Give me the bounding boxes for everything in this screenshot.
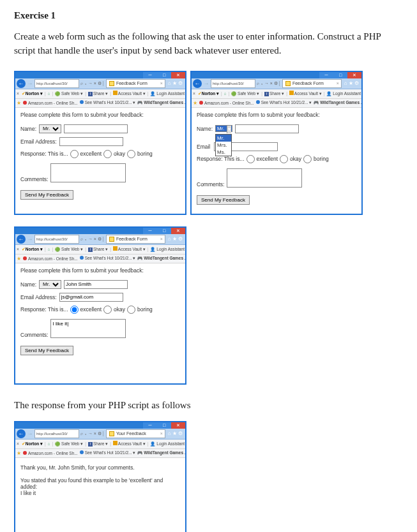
submit-button[interactable]: Send My Feedback xyxy=(20,190,73,200)
favorites-star-icon[interactable]: ★ xyxy=(193,100,197,106)
comments-textarea[interactable]: I like it| xyxy=(50,319,126,338)
login-assistant-menu[interactable]: 👤 Login Assistant ▾ xyxy=(150,91,185,96)
salutation-selected[interactable]: Mr. xyxy=(215,125,232,132)
login-assistant-menu[interactable]: 👤 Login Assistant ▾ xyxy=(326,91,361,96)
fav-amazon[interactable]: Amazon.com - Online Sh... xyxy=(23,451,78,455)
tab-close-icon[interactable]: × xyxy=(160,237,163,241)
forward-button[interactable]: → xyxy=(27,79,33,88)
norton-menu[interactable]: ✔Norton ▾ xyxy=(198,91,219,96)
salutation-option-mr[interactable]: Mr. xyxy=(216,135,231,142)
login-assistant-menu[interactable]: 👤 Login Assistant ▾ xyxy=(150,247,185,252)
window-minimize-button[interactable]: ─ xyxy=(143,422,157,429)
radio-boring[interactable] xyxy=(303,155,312,163)
back-button[interactable]: ← xyxy=(193,79,202,88)
name-input[interactable] xyxy=(235,124,299,133)
radio-okay[interactable] xyxy=(103,306,112,314)
name-input[interactable] xyxy=(64,280,128,289)
tab-close-icon[interactable]: × xyxy=(160,431,163,436)
safeweb-menu[interactable]: 🟢 Safe Web ▾ xyxy=(55,247,83,252)
access-vault-menu[interactable]: Access Vault ▾ xyxy=(113,91,146,96)
safeweb-menu[interactable]: 🟢 Safe Web ▾ xyxy=(231,91,259,96)
norton-menu[interactable]: ✔Norton ▾ xyxy=(22,441,43,447)
window-maximize-button[interactable]: □ xyxy=(157,422,171,429)
radio-okay[interactable] xyxy=(103,150,112,158)
favorites-star-icon[interactable]: ★ xyxy=(17,450,21,456)
salutation-select-open[interactable]: Mr. Mr. Mrs. Ms. xyxy=(215,125,232,133)
submit-button[interactable]: Send My Feedback xyxy=(197,195,250,205)
comments-textarea[interactable] xyxy=(227,168,302,188)
forward-button[interactable]: → xyxy=(27,429,33,438)
share-menu[interactable]: fShare ▾ xyxy=(88,441,108,447)
browser-tab[interactable]: Your Feedback × xyxy=(106,429,165,438)
back-button[interactable]: ← xyxy=(17,429,26,438)
url-field[interactable]: http://localhost/30/ xyxy=(34,429,79,438)
home-icon[interactable]: ⌂ xyxy=(48,247,50,251)
window-maximize-button[interactable]: □ xyxy=(157,72,171,78)
window-minimize-button[interactable]: ─ xyxy=(143,72,157,78)
back-button[interactable]: ← xyxy=(17,235,26,244)
radio-boring[interactable] xyxy=(127,150,135,158)
browser-tab[interactable]: Feedback Form × xyxy=(106,79,165,88)
fav-amazon[interactable]: Amazon.com - Online Sh... xyxy=(23,101,78,105)
fav-wildtangent[interactable]: 🎮 WildTangent Games ... ▾ xyxy=(137,450,185,455)
salutation-option-mrs[interactable]: Mrs. xyxy=(216,142,231,149)
favorites-star-icon[interactable]: ★ xyxy=(17,256,21,262)
browser-tab[interactable]: Feedback Form × xyxy=(106,235,165,244)
salutation-select[interactable]: Mr. xyxy=(39,124,61,133)
window-close-button[interactable]: ✕ xyxy=(347,72,361,78)
radio-boring[interactable] xyxy=(127,306,135,314)
tab-close-icon[interactable]: × xyxy=(160,81,163,85)
safeweb-menu[interactable]: 🟢 Safe Web ▾ xyxy=(55,91,83,96)
fav-wildtangent[interactable]: 🎮 WildTangent Games ... ▾ xyxy=(137,100,185,105)
fav-amazon[interactable]: Amazon.com - Online Sh... xyxy=(199,101,254,105)
window-maximize-button[interactable]: □ xyxy=(333,72,347,78)
home-icon[interactable]: ⌂ xyxy=(224,91,227,96)
email-input[interactable] xyxy=(59,293,123,302)
email-input[interactable] xyxy=(59,137,123,146)
toolbar-close-icon[interactable]: × xyxy=(193,91,195,96)
fav-see-whats-hot[interactable]: See What's Hot 10/21/2... ▾ xyxy=(80,450,136,455)
salutation-option-ms[interactable]: Ms. xyxy=(216,149,231,156)
share-menu[interactable]: fShare ▾ xyxy=(88,247,108,252)
safeweb-menu[interactable]: 🟢 Safe Web ▾ xyxy=(55,441,83,447)
favorites-star-icon[interactable]: ★ xyxy=(17,100,21,106)
share-menu[interactable]: fShare ▾ xyxy=(264,91,284,96)
back-button[interactable]: ← xyxy=(17,79,26,88)
name-input[interactable] xyxy=(64,124,128,133)
fav-wildtangent[interactable]: 🎮 WildTangent Games ... ▾ xyxy=(137,256,185,261)
access-vault-menu[interactable]: Access Vault ▾ xyxy=(113,441,146,447)
norton-menu[interactable]: ✔Norton ▾ xyxy=(22,91,43,96)
window-close-button[interactable]: ✕ xyxy=(171,228,185,234)
browser-tab[interactable]: Feedback Form × xyxy=(282,79,342,88)
access-vault-menu[interactable]: Access Vault ▾ xyxy=(113,246,146,252)
forward-button[interactable]: → xyxy=(27,235,33,244)
window-minimize-button[interactable]: ─ xyxy=(143,228,157,234)
comments-textarea[interactable] xyxy=(50,163,126,182)
window-close-button[interactable]: ✕ xyxy=(171,72,185,78)
toolbar-close-icon[interactable]: × xyxy=(17,91,19,96)
url-field[interactable]: http://localhost/30/ xyxy=(211,79,255,88)
fav-see-whats-hot[interactable]: See What's Hot 10/21/2... ▾ xyxy=(80,100,136,105)
home-icon[interactable]: ⌂ xyxy=(48,441,50,446)
radio-excellent[interactable] xyxy=(70,306,79,314)
fav-amazon[interactable]: Amazon.com - Online Sh... xyxy=(23,256,78,261)
salutation-select[interactable]: Mr. xyxy=(39,280,61,289)
access-vault-menu[interactable]: Access Vault ▾ xyxy=(289,91,322,96)
toolbar-close-icon[interactable]: × xyxy=(17,441,19,446)
home-icon[interactable]: ⌂ xyxy=(48,91,50,96)
fav-wildtangent[interactable]: 🎮 WildTangent Games ... ▾ xyxy=(314,100,361,105)
login-assistant-menu[interactable]: 👤 Login Assistant ▾ xyxy=(150,441,185,447)
window-close-button[interactable]: ✕ xyxy=(171,422,185,429)
submit-button[interactable]: Send My Feedback xyxy=(20,346,73,355)
radio-excellent[interactable] xyxy=(246,155,255,163)
norton-menu[interactable]: ✔Norton ▾ xyxy=(22,247,43,252)
url-field[interactable]: http://localhost/30/ xyxy=(34,235,79,244)
toolbar-close-icon[interactable]: × xyxy=(17,247,19,251)
share-menu[interactable]: fShare ▾ xyxy=(88,91,108,96)
forward-button[interactable]: → xyxy=(203,79,209,88)
radio-okay[interactable] xyxy=(280,155,288,163)
salutation-dropdown[interactable]: Mr. Mrs. Ms. xyxy=(215,134,232,156)
radio-excellent[interactable] xyxy=(70,150,79,158)
url-field[interactable]: http://localhost/30/ xyxy=(34,79,79,88)
fav-see-whats-hot[interactable]: See What's Hot 10/21/2... ▾ xyxy=(80,256,136,261)
